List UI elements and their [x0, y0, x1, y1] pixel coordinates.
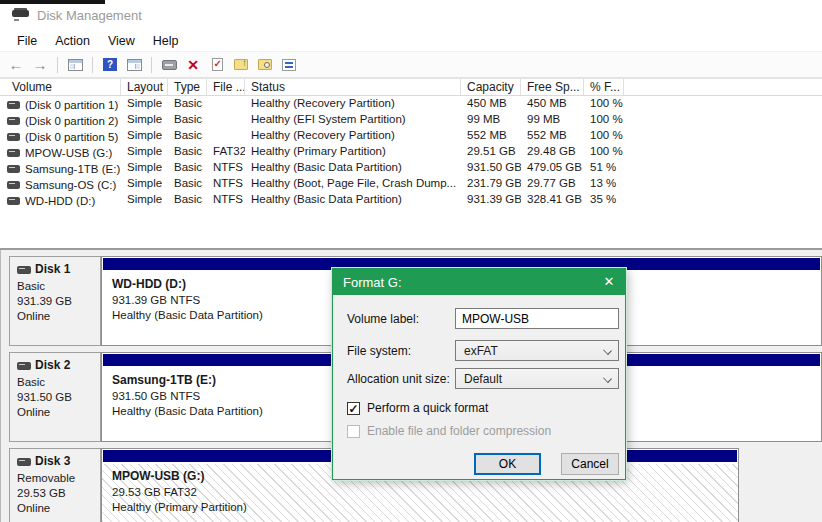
file-system-label: File system:: [347, 344, 411, 358]
cell-percent-free: 35 %: [584, 192, 624, 208]
show-action-pane-icon[interactable]: [123, 55, 145, 75]
cell-capacity: 552 MB: [461, 128, 521, 144]
checkbox-unchecked-icon: [347, 425, 360, 438]
file-system-value: exFAT: [464, 344, 498, 358]
file-system-select[interactable]: exFAT: [455, 340, 619, 361]
cell-percent-free: 100 %: [584, 128, 624, 144]
cell-free-space: 450 MB: [521, 96, 584, 112]
folder-glyph: ↑: [234, 59, 248, 70]
cell-capacity: 931.50 GB: [461, 160, 521, 176]
cell-free-space: 552 MB: [521, 128, 584, 144]
menu-help[interactable]: Help: [144, 32, 188, 50]
disk-management-window: Disk Management File Action View Help ← …: [0, 0, 822, 522]
folder-glyph: [258, 59, 272, 70]
cell-percent-free: 13 %: [584, 176, 624, 192]
menu-action[interactable]: Action: [46, 32, 99, 50]
cell-free-space: 328.41 GB: [521, 192, 584, 208]
background-artifact: [0, 0, 105, 4]
cell-status: Healthy (Recovery Partition): [245, 128, 461, 144]
delete-volume-icon[interactable]: ✕: [182, 55, 204, 75]
pane-splitter[interactable]: [0, 237, 822, 250]
compression-checkbox: Enable file and folder compression: [347, 424, 551, 438]
column-header-status[interactable]: Status: [245, 79, 461, 95]
folder-find-icon[interactable]: [254, 55, 276, 75]
compression-label: Enable file and folder compression: [367, 424, 551, 438]
checkbox-checked-icon: ✓: [347, 402, 360, 415]
allocation-unit-select[interactable]: Default: [455, 368, 619, 389]
format-dialog-title-bar[interactable]: Format G: ✕: [333, 269, 625, 295]
cancel-button[interactable]: Cancel: [561, 453, 619, 475]
column-header-layout[interactable]: Layout: [121, 79, 168, 95]
cell-layout: Simple: [121, 96, 168, 112]
show-console-tree-icon[interactable]: [64, 55, 86, 75]
cell-free-space: 479.05 GB: [521, 160, 584, 176]
folder-up-icon[interactable]: ↑: [230, 55, 252, 75]
cell-capacity: 99 MB: [461, 112, 521, 128]
cell-type: Basic: [168, 112, 207, 128]
properties-icon[interactable]: ✓: [206, 55, 228, 75]
checklist-icon[interactable]: [278, 55, 300, 75]
allocation-unit-value: Default: [464, 372, 502, 386]
cell-file-system: NTFS: [207, 160, 245, 176]
volume-label-label: Volume label:: [347, 312, 419, 326]
cell-type: Basic: [168, 160, 207, 176]
volume-row-samsung-os[interactable]: Samsung-OS (C:) Simple Basic NTFS Health…: [0, 176, 822, 192]
volume-icon: [7, 181, 20, 189]
check-glyph: ✓: [214, 58, 222, 69]
volume-row-disk0-part5[interactable]: (Disk 0 partition 5) Simple Basic Health…: [0, 128, 822, 144]
volume-row-disk0-part1[interactable]: (Disk 0 partition 1) Simple Basic Health…: [0, 96, 822, 112]
disk-3-label[interactable]: Disk 3 Removable 29.53 GB Online: [9, 448, 101, 522]
cell-type: Basic: [168, 128, 207, 144]
window-title: Disk Management: [37, 8, 142, 23]
disk-icon: [17, 266, 31, 274]
column-header-capacity[interactable]: Capacity: [461, 79, 521, 95]
disk-icon: [17, 458, 31, 466]
forward-icon[interactable]: →: [29, 55, 51, 75]
menu-view[interactable]: View: [99, 32, 144, 50]
volume-icon: [7, 197, 20, 205]
volume-name: (Disk 0 partition 2): [25, 115, 118, 127]
cell-free-space: 29.48 GB: [521, 144, 584, 160]
disk-status: Online: [17, 501, 96, 516]
cell-status: Healthy (Recovery Partition): [245, 96, 461, 112]
cell-status: Healthy (Basic Data Partition): [245, 160, 461, 176]
column-header-volume[interactable]: Volume: [0, 79, 121, 95]
volume-name: WD-HDD (D:): [25, 195, 95, 207]
cell-type: Basic: [168, 192, 207, 208]
cell-capacity: 931.39 GB: [461, 192, 521, 208]
cell-file-system: FAT32: [207, 144, 245, 160]
disk-status: Online: [17, 405, 96, 420]
volume-row-wd-hdd[interactable]: WD-HDD (D:) Simple Basic NTFS Healthy (B…: [0, 192, 822, 208]
volume-row-samsung-1tb[interactable]: Samsung-1TB (E:) Simple Basic NTFS Healt…: [0, 160, 822, 176]
menu-bar: File Action View Help: [0, 30, 822, 52]
format-dialog-title: Format G:: [343, 275, 402, 290]
close-icon[interactable]: ✕: [593, 269, 625, 295]
column-header-type[interactable]: Type: [168, 79, 207, 95]
back-arrow-glyph: ←: [9, 57, 24, 72]
cell-layout: Simple: [121, 128, 168, 144]
allocation-unit-label: Allocation unit size:: [347, 372, 450, 386]
quick-format-label: Perform a quick format: [367, 401, 488, 415]
console-tree-glyph: [68, 59, 83, 71]
volume-row-disk0-part2[interactable]: (Disk 0 partition 2) Simple Basic Health…: [0, 112, 822, 128]
column-header-file-system[interactable]: File ...: [207, 79, 245, 95]
toolbar-separator: [151, 57, 152, 73]
column-header-percent-free[interactable]: % F...: [584, 79, 624, 95]
disk-size: 29.53 GB: [17, 486, 96, 501]
column-header-free-space[interactable]: Free Sp...: [521, 79, 584, 95]
volume-row-mpow-usb[interactable]: MPOW-USB (G:) Simple Basic FAT32 Healthy…: [0, 144, 822, 160]
console-icon[interactable]: [158, 55, 180, 75]
title-bar[interactable]: Disk Management: [0, 0, 822, 30]
quick-format-checkbox[interactable]: ✓ Perform a quick format: [347, 401, 488, 415]
menu-file[interactable]: File: [8, 32, 46, 50]
format-dialog-body: Volume label: File system: exFAT Allocat…: [333, 295, 625, 480]
disk-1-label[interactable]: Disk 1 Basic 931.39 GB Online: [9, 256, 101, 346]
volume-label-input[interactable]: [455, 308, 619, 329]
ok-button[interactable]: OK: [474, 453, 541, 475]
volume-name: (Disk 0 partition 5): [25, 131, 118, 143]
disk-2-label[interactable]: Disk 2 Basic 931.50 GB Online: [9, 352, 101, 442]
disk-name: Disk 1: [35, 262, 70, 277]
disk-status: Online: [17, 309, 96, 324]
help-icon[interactable]: ?: [99, 55, 121, 75]
back-icon[interactable]: ←: [5, 55, 27, 75]
